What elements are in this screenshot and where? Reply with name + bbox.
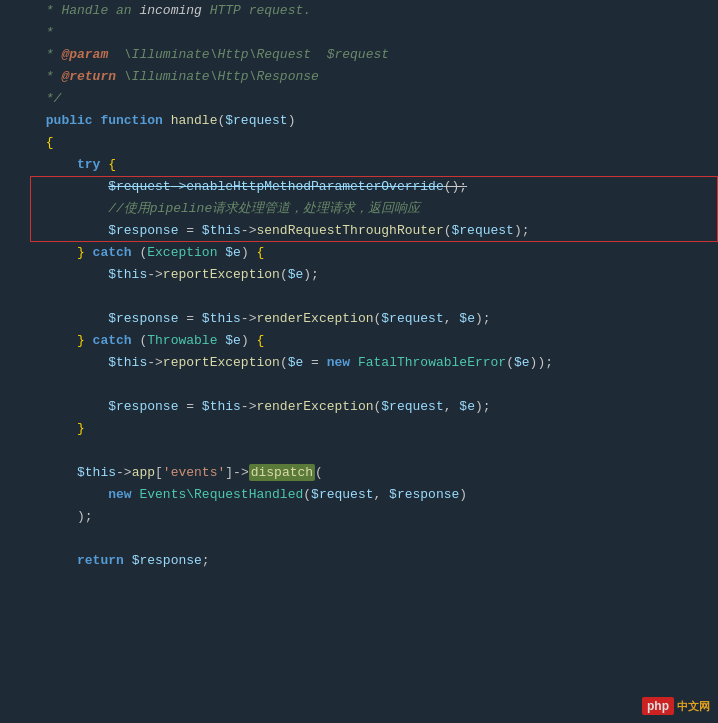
line-content-21 bbox=[30, 441, 718, 461]
code-editor: * Handle an incoming HTTP request. * * @… bbox=[0, 0, 718, 723]
code-line-26: return $response; bbox=[0, 550, 718, 572]
line-content-22: $this->app['events']->dispatch( bbox=[30, 463, 718, 483]
code-line-3: * @param \Illuminate\Http\Request $reque… bbox=[0, 44, 718, 66]
code-line-25 bbox=[0, 528, 718, 550]
code-line-18 bbox=[0, 374, 718, 396]
line-content-25 bbox=[30, 529, 718, 549]
line-content-19: $response = $this->renderException($requ… bbox=[30, 397, 718, 417]
line-content-12: } catch (Exception $e) { bbox=[30, 243, 718, 263]
line-content-14 bbox=[30, 287, 718, 307]
line-content-23: new Events\RequestHandled($request, $res… bbox=[30, 485, 718, 505]
line-content-5: */ bbox=[30, 89, 718, 109]
code-line-1: * Handle an incoming HTTP request. bbox=[0, 0, 718, 22]
line-content-15: $response = $this->renderException($requ… bbox=[30, 309, 718, 329]
code-line-4: * @return \Illuminate\Http\Response bbox=[0, 66, 718, 88]
highlight-region: $request->enableHttpMethodParameterOverr… bbox=[0, 176, 718, 242]
code-line-8: try { bbox=[0, 154, 718, 176]
line-content-11: $response = $this->sendRequestThroughRou… bbox=[30, 221, 718, 241]
line-content-6: public function handle($request) bbox=[30, 111, 718, 131]
code-line-15: $response = $this->renderException($requ… bbox=[0, 308, 718, 330]
line-content-1: * Handle an incoming HTTP request. bbox=[30, 1, 718, 21]
line-content-17: $this->reportException($e = new FatalThr… bbox=[30, 353, 718, 373]
code-line-21 bbox=[0, 440, 718, 462]
code-line-9: $request->enableHttpMethodParameterOverr… bbox=[0, 176, 718, 198]
code-line-6: public function handle($request) bbox=[0, 110, 718, 132]
line-content-9: $request->enableHttpMethodParameterOverr… bbox=[30, 177, 718, 197]
line-content-20: } bbox=[30, 419, 718, 439]
code-line-13: $this->reportException($e); bbox=[0, 264, 718, 286]
code-line-2: * bbox=[0, 22, 718, 44]
code-line-16: } catch (Throwable $e) { bbox=[0, 330, 718, 352]
code-line-11: $response = $this->sendRequestThroughRou… bbox=[0, 220, 718, 242]
logo-container: php 中文网 bbox=[642, 697, 710, 715]
line-content-24: ); bbox=[30, 507, 718, 527]
code-line-23: new Events\RequestHandled($request, $res… bbox=[0, 484, 718, 506]
code-line-10: //使用pipeline请求处理管道，处理请求，返回响应 bbox=[0, 198, 718, 220]
line-content-3: * @param \Illuminate\Http\Request $reque… bbox=[30, 45, 718, 65]
zhongwen-logo-label: 中文网 bbox=[677, 699, 710, 714]
code-line-20: } bbox=[0, 418, 718, 440]
code-line-19: $response = $this->renderException($requ… bbox=[0, 396, 718, 418]
code-line-12: } catch (Exception $e) { bbox=[0, 242, 718, 264]
code-line-17: $this->reportException($e = new FatalThr… bbox=[0, 352, 718, 374]
code-line-22: $this->app['events']->dispatch( bbox=[0, 462, 718, 484]
line-content-18 bbox=[30, 375, 718, 395]
line-content-4: * @return \Illuminate\Http\Response bbox=[30, 67, 718, 87]
code-line-24: ); bbox=[0, 506, 718, 528]
code-line-14 bbox=[0, 286, 718, 308]
line-content-26: return $response; bbox=[30, 551, 718, 571]
line-content-16: } catch (Throwable $e) { bbox=[30, 331, 718, 351]
line-content-7: { bbox=[30, 133, 718, 153]
line-content-10: //使用pipeline请求处理管道，处理请求，返回响应 bbox=[30, 199, 718, 219]
code-line-5: */ bbox=[0, 88, 718, 110]
line-content-8: try { bbox=[30, 155, 718, 175]
line-content-13: $this->reportException($e); bbox=[30, 265, 718, 285]
code-line-7: { bbox=[0, 132, 718, 154]
line-content-2: * bbox=[30, 23, 718, 43]
php-logo-label: php bbox=[642, 697, 674, 715]
